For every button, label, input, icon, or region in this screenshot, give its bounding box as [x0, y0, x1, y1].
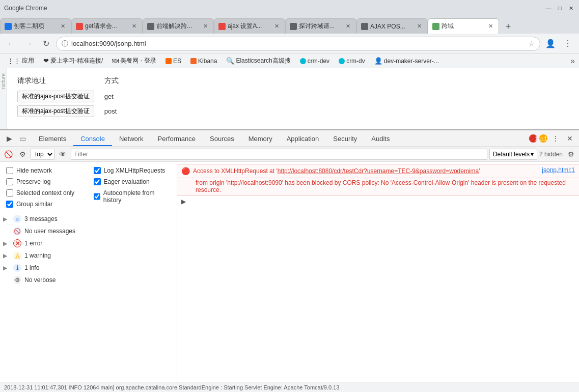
error-url-link[interactable]: http://localhost:8080/cdr/testCdr?userna…: [278, 167, 479, 175]
console-settings-btn[interactable]: ⚙: [16, 148, 29, 160]
request-table: 请求地址 方式 标准的ajax-post提交验证 get 标准的ajax-pos…: [17, 76, 129, 119]
filter-input[interactable]: [71, 149, 487, 160]
bookmarks-more-icon[interactable]: »: [570, 57, 575, 66]
selected-context-checkbox[interactable]: [6, 189, 13, 197]
group-similar-checkbox[interactable]: [6, 201, 13, 208]
tab-security[interactable]: Security: [326, 132, 364, 146]
bookmark-1[interactable]: ❤ 爱上学习-精准连接/: [40, 55, 106, 66]
error-count: 🚫: [529, 135, 535, 141]
error-circle-icon: 🔴: [181, 167, 190, 175]
tab-5[interactable]: AJAX POS... ✕: [356, 18, 428, 34]
tab-close-2[interactable]: ✕: [201, 22, 209, 31]
tab-close-1[interactable]: ✕: [130, 22, 138, 31]
bookmark-3[interactable]: ES: [162, 57, 184, 66]
tab-1[interactable]: get请求会... ✕: [71, 18, 143, 34]
tab-sources[interactable]: Sources: [203, 132, 241, 146]
message-1-error[interactable]: ▶ ✕ 1 error: [0, 237, 177, 249]
tab-performance[interactable]: Performance: [151, 132, 203, 146]
tab-close-6[interactable]: ✕: [486, 22, 494, 31]
ajax-get-button[interactable]: 标准的ajax-post提交验证: [17, 91, 94, 102]
tab-console[interactable]: Console: [73, 132, 112, 146]
bookmark-8[interactable]: 👤 dev-maker-server-...: [371, 56, 442, 66]
error-source-link[interactable]: jsonp.html:1: [542, 166, 575, 174]
tab-label-5: AJAX POS...: [370, 23, 413, 30]
post-method-label: post: [104, 107, 117, 115]
minimize-button[interactable]: —: [544, 4, 553, 12]
tab-label-2: 前端解决跨...: [156, 22, 199, 31]
clear-console-button[interactable]: 🚫: [2, 148, 14, 160]
levels-dropdown[interactable]: Default levels ▾: [489, 149, 537, 160]
tab-elements-label: Elements: [39, 135, 66, 143]
reload-button[interactable]: ↻: [39, 37, 53, 51]
console-gear-button[interactable]: ⚙: [565, 148, 577, 160]
devtools-right-controls: 🚫 1 △ 1 ⋮ ✕: [529, 132, 579, 145]
eager-eval-label: Eager evaluation: [104, 178, 150, 185]
tab-elements[interactable]: Elements: [32, 132, 73, 146]
tab-memory[interactable]: Memory: [241, 132, 280, 146]
message-3-messages[interactable]: ▶ ≡ 3 messages: [0, 213, 177, 225]
bookmark-7[interactable]: crm-dv: [336, 57, 368, 66]
tab-4[interactable]: 探讨跨域请... ✕: [285, 18, 356, 34]
error-message-area: 🔴 Access to XMLHttpRequest at 'http://lo…: [177, 162, 579, 392]
account-button[interactable]: 👤: [543, 37, 558, 51]
error-count-text: 1: [535, 135, 538, 142]
tab-application[interactable]: Application: [280, 132, 326, 146]
bookmark-6[interactable]: crm-dev: [297, 57, 333, 66]
table-row: 标准的ajax-post提交验证 post: [17, 104, 129, 119]
forward-button[interactable]: →: [21, 37, 36, 51]
context-selector[interactable]: top: [31, 149, 54, 160]
main-content: 请求地址 方式 标准的ajax-post提交验证 get 标准的ajax-pos…: [7, 68, 579, 129]
close-button[interactable]: ✕: [567, 4, 575, 12]
tab-close-0[interactable]: ✕: [59, 22, 67, 31]
side-panel-label: ructure: [1, 73, 6, 89]
devtools-close-button[interactable]: ✕: [564, 132, 576, 145]
error-badge: 🚫 1: [529, 134, 537, 143]
message-no-user[interactable]: 🚫 No user messages: [0, 225, 177, 237]
inspect-element-button[interactable]: ▶: [3, 132, 15, 145]
status-text: 2018-12-31 11:01:47,301 INFO 12064 main]…: [4, 384, 339, 390]
bookmark-2[interactable]: 🍽 美餐网 - 登录: [109, 55, 159, 66]
tab-2[interactable]: 前端解决跨... ✕: [143, 18, 214, 34]
tab-close-5[interactable]: ✕: [415, 22, 423, 31]
message-text-2: 1 error: [24, 240, 174, 247]
tabs-bar: 创客二期项 ✕ get请求会... ✕ 前端解决跨... ✕ ajax 设置A.…: [0, 16, 579, 34]
preserve-log-checkbox[interactable]: [6, 178, 13, 185]
message-no-verbose[interactable]: ⚙ No verbose: [0, 274, 177, 286]
bookmark-apps[interactable]: ⋮⋮ 应用: [4, 55, 37, 66]
message-icon-warning: △: [13, 251, 21, 260]
log-xhr-checkbox[interactable]: [94, 167, 101, 174]
message-1-info[interactable]: ▶ ℹ 1 info: [0, 262, 177, 274]
maximize-button[interactable]: □: [556, 4, 564, 12]
eye-icon-button[interactable]: 👁: [57, 148, 69, 160]
expand-icon: ▶: [3, 216, 10, 222]
tab-audits[interactable]: Audits: [364, 132, 397, 146]
tab-sources-label: Sources: [210, 135, 234, 143]
bookmark-5[interactable]: 🔍 Elasticsearch高级搜: [223, 55, 293, 66]
message-1-warning[interactable]: ▶ △ 1 warning: [0, 249, 177, 262]
new-tab-button[interactable]: +: [501, 19, 515, 34]
bookmark-star-icon[interactable]: ☆: [529, 40, 535, 47]
tab-0[interactable]: 创客二期项 ✕: [0, 18, 71, 34]
message-icon-info-2: ℹ: [13, 264, 21, 272]
ajax-post-button[interactable]: 标准的ajax-post提交验证: [17, 105, 94, 117]
tab-3[interactable]: ajax 设置A... ✕: [214, 18, 285, 34]
tab-network[interactable]: Network: [112, 132, 151, 146]
eager-eval-checkbox[interactable]: [94, 178, 101, 185]
tab-close-3[interactable]: ✕: [272, 22, 281, 31]
hide-network-checkbox[interactable]: [6, 167, 13, 174]
bookmark-4[interactable]: Kibana: [187, 57, 220, 66]
browser-title: Google Chrome: [4, 5, 47, 12]
menu-button[interactable]: ⋮: [561, 37, 575, 51]
tab-security-label: Security: [333, 135, 357, 143]
back-button[interactable]: ←: [4, 37, 18, 51]
error-line: 🔴 Access to XMLHttpRequest at 'http://lo…: [177, 164, 579, 178]
tab-favicon-0: [5, 23, 12, 30]
url-bar[interactable]: ⓘ localhost:9090/jsonp.html ☆: [56, 37, 540, 51]
autocomplete-checkbox[interactable]: [94, 193, 100, 200]
device-toolbar-button[interactable]: ▭: [16, 132, 29, 145]
method-header: 方式: [104, 76, 129, 90]
tab-close-4[interactable]: ✕: [344, 22, 352, 31]
bookmark-1-icon: ❤: [43, 57, 49, 65]
tab-6[interactable]: 跨域 ✕: [428, 18, 499, 34]
devtools-more-button[interactable]: ⋮: [549, 132, 562, 145]
